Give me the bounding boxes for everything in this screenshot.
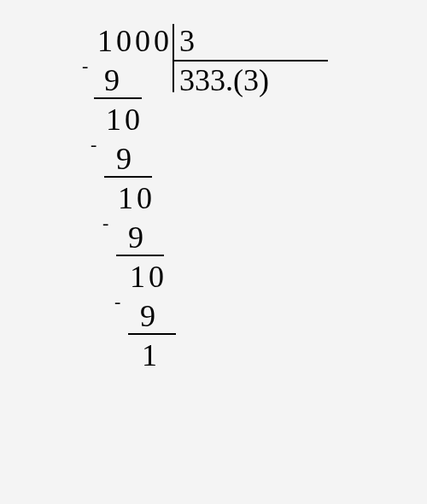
minus-sign: - bbox=[82, 56, 88, 75]
step-subtrahend: 9 bbox=[102, 65, 121, 96]
divisor-digit: 3 bbox=[178, 26, 196, 56]
step-result-digit: 0 bbox=[135, 183, 154, 214]
step-result-digit: 1 bbox=[128, 261, 147, 292]
division-horizontal-bar bbox=[174, 60, 328, 62]
step-subtrahend: 9 bbox=[114, 144, 133, 174]
minus-sign: - bbox=[102, 214, 108, 232]
step-result-digit: 1 bbox=[104, 104, 123, 135]
final-remainder: 1 bbox=[140, 340, 159, 371]
dividend-digit: 0 bbox=[114, 26, 133, 56]
step-rule bbox=[104, 176, 152, 178]
minus-sign: - bbox=[114, 292, 120, 311]
step-result-digit: 1 bbox=[116, 183, 135, 214]
step-rule bbox=[116, 255, 164, 256]
step-rule bbox=[128, 333, 176, 335]
division-vertical-bar bbox=[173, 24, 174, 92]
step-subtrahend: 9 bbox=[126, 222, 145, 253]
dividend-digit: 0 bbox=[133, 26, 152, 56]
dividend-digit: 1 bbox=[96, 26, 114, 56]
step-subtrahend: 9 bbox=[138, 301, 157, 331]
minus-sign: - bbox=[91, 135, 97, 154]
step-result-digit: 0 bbox=[123, 104, 142, 135]
step-rule bbox=[94, 97, 142, 99]
dividend-digit: 0 bbox=[152, 26, 171, 56]
quotient-value: 333.(3) bbox=[179, 65, 269, 96]
long-division-diagram: 1 0 0 0 3 333.(3) - 9 1 0 - 9 1 0 - 9 1 … bbox=[0, 0, 427, 504]
step-result-digit: 0 bbox=[147, 261, 166, 292]
